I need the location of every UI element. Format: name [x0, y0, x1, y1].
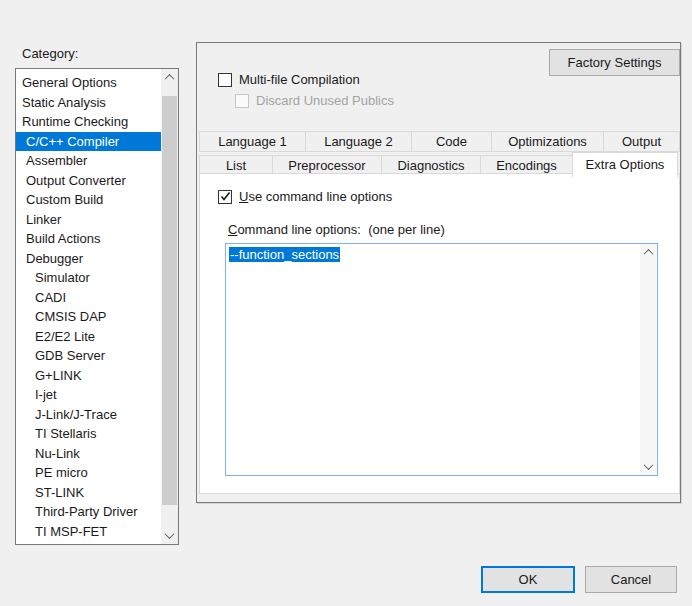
cancel-button[interactable]: Cancel: [585, 566, 677, 593]
category-item-ti-msp-fet[interactable]: TI MSP-FET: [16, 522, 161, 542]
category-item-runtime-checking[interactable]: Runtime Checking: [16, 112, 161, 132]
checkbox-checked-icon[interactable]: [218, 190, 232, 204]
category-item-ccpp-compiler[interactable]: C/C++ Compiler: [16, 132, 161, 152]
category-item-cadi[interactable]: CADI: [16, 288, 161, 308]
category-label: Category:: [22, 46, 78, 61]
tab-language-1[interactable]: Language 1: [199, 131, 306, 152]
category-item-simulator[interactable]: Simulator: [16, 268, 161, 288]
command-line-options-label: Command line options: (one per line): [228, 222, 445, 237]
category-item-linker[interactable]: Linker: [16, 210, 161, 230]
scroll-up-button[interactable]: [640, 244, 657, 261]
multi-file-compilation-checkbox[interactable]: Multi-file Compilation: [218, 72, 360, 87]
category-item-third-party-driver[interactable]: Third-Party Driver: [16, 502, 161, 522]
chevron-down-icon: [165, 529, 175, 539]
checkbox-disabled-icon: [235, 94, 249, 108]
category-scrollbar[interactable]: [161, 69, 178, 544]
discard-unused-publics-checkbox: Discard Unused Publics: [235, 93, 394, 108]
category-item-general-options[interactable]: General Options: [16, 73, 161, 93]
ok-button[interactable]: OK: [481, 566, 575, 593]
scroll-up-button[interactable]: [161, 69, 178, 86]
use-command-line-options-checkbox[interactable]: Use command line options: [218, 189, 392, 204]
category-item-debugger[interactable]: Debugger: [16, 249, 161, 269]
chevron-up-icon: [165, 74, 175, 84]
multi-file-compilation-label[interactable]: Multi-file Compilation: [239, 72, 360, 87]
category-item-build-actions[interactable]: Build Actions: [16, 229, 161, 249]
category-item-pe-micro[interactable]: PE micro: [16, 463, 161, 483]
category-item-j-link-j-trace[interactable]: J-Link/J-Trace: [16, 405, 161, 425]
category-listbox[interactable]: General Options Static Analysis Runtime …: [15, 68, 179, 545]
category-item-output-converter[interactable]: Output Converter: [16, 171, 161, 191]
category-item-ti-stellaris[interactable]: TI Stellaris: [16, 424, 161, 444]
tab-code[interactable]: Code: [411, 131, 492, 152]
checkmark-icon: [220, 191, 231, 202]
chevron-up-icon: [644, 249, 654, 259]
category-item-nu-link[interactable]: Nu-Link: [16, 444, 161, 464]
tab-optimizations[interactable]: Optimizations: [491, 131, 604, 152]
scroll-thumb[interactable]: [162, 96, 177, 505]
factory-settings-button[interactable]: Factory Settings: [549, 49, 680, 76]
category-item-e2-e2-lite[interactable]: E2/E2 Lite: [16, 327, 161, 347]
use-command-line-options-label[interactable]: Use command line options: [239, 189, 392, 204]
scroll-down-button[interactable]: [161, 527, 178, 544]
category-item-static-analysis[interactable]: Static Analysis: [16, 93, 161, 113]
tab-strip-row1: Language 1 Language 2 Code Optimizations…: [199, 131, 680, 152]
category-item-st-link[interactable]: ST-LINK: [16, 483, 161, 503]
chevron-down-icon: [644, 460, 654, 470]
tab-output[interactable]: Output: [603, 131, 680, 152]
tab-language-2[interactable]: Language 2: [305, 131, 412, 152]
textarea-scrollbar[interactable]: [640, 244, 657, 475]
checkbox-unchecked-icon[interactable]: [218, 73, 232, 87]
compiler-options-panel: Factory Settings Multi-file Compilation …: [196, 42, 681, 503]
tab-extra-options[interactable]: Extra Options: [572, 152, 678, 177]
discard-unused-publics-label: Discard Unused Publics: [256, 93, 394, 108]
scroll-down-button[interactable]: [640, 458, 657, 475]
category-list-items: General Options Static Analysis Runtime …: [16, 73, 161, 541]
command-line-options-textarea[interactable]: --function_sections: [225, 243, 658, 476]
category-item-gdb-server[interactable]: GDB Server: [16, 346, 161, 366]
category-item-i-jet[interactable]: I-jet: [16, 385, 161, 405]
category-item-assembler[interactable]: Assembler: [16, 151, 161, 171]
category-item-cmsis-dap[interactable]: CMSIS DAP: [16, 307, 161, 327]
category-item-custom-build[interactable]: Custom Build: [16, 190, 161, 210]
command-line-options-value: --function_sections: [229, 246, 340, 263]
category-item-g-plus-link[interactable]: G+LINK: [16, 366, 161, 386]
